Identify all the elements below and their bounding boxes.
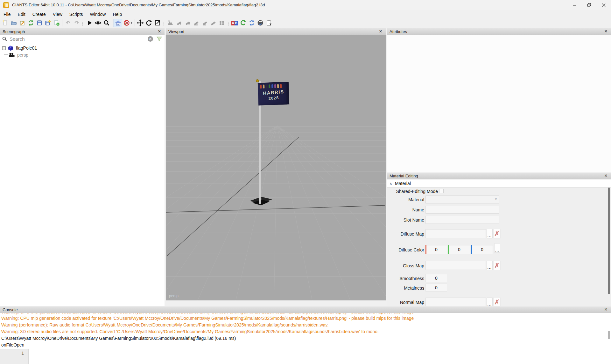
flag-figures-art xyxy=(260,84,282,88)
material-body: Shared-Editing Mode Material ∨ Name Slot… xyxy=(387,188,611,306)
viewport-3d-canvas[interactable]: HARRIS 2028 persp xyxy=(166,35,386,300)
viewport-title: Viewport xyxy=(168,29,184,34)
reload-file-icon[interactable] xyxy=(26,19,35,27)
restore-button[interactable] xyxy=(582,0,596,10)
visibility-eye-icon[interactable] xyxy=(94,19,102,27)
normal-map-clear-button[interactable]: ✗ xyxy=(493,297,501,306)
console-line-info-2: onFileOpen xyxy=(0,342,611,348)
gloss-map-clear-button[interactable]: ✗ xyxy=(493,261,501,270)
camera-icon xyxy=(9,53,15,58)
tree-label-persp[interactable]: persp xyxy=(17,52,28,58)
viewport-header: Viewport ✕ xyxy=(166,28,386,35)
diffuse-map-label: Diffuse Map xyxy=(387,231,424,237)
diffuse-map-input[interactable] xyxy=(425,229,486,238)
add-file-icon[interactable] xyxy=(52,19,61,27)
export-clipboard-icon[interactable] xyxy=(265,19,273,27)
slot-name-input[interactable] xyxy=(425,216,499,224)
play-icon[interactable] xyxy=(85,19,94,27)
menu-view[interactable]: View xyxy=(49,11,66,18)
script-input-area[interactable]: 1 xyxy=(0,349,611,364)
metalness-value: 0 xyxy=(435,285,438,290)
new-file-icon[interactable] xyxy=(1,19,9,27)
paint-disabled-icon[interactable] xyxy=(122,19,131,27)
expand-plus-icon[interactable]: + xyxy=(2,46,6,50)
menu-create[interactable]: Create xyxy=(29,11,49,18)
diffuse-color-b-input[interactable]: 0 xyxy=(471,245,493,254)
save-icon[interactable] xyxy=(35,19,44,27)
scenegraph-close-icon[interactable]: ✕ xyxy=(157,29,162,34)
material-dropdown[interactable]: ∨ xyxy=(425,196,499,203)
terrain-paint-icon[interactable] xyxy=(200,19,209,27)
terrain-slope-icon[interactable] xyxy=(183,19,192,27)
paint-dropdown-icon[interactable]: ▾ xyxy=(131,21,132,24)
menu-help[interactable]: Help xyxy=(109,11,125,18)
sync-dark-icon[interactable] xyxy=(256,19,265,27)
normal-map-browse-button[interactable]: ... xyxy=(487,297,493,306)
refresh-icon[interactable] xyxy=(239,19,248,27)
console-scrollbar-thumb[interactable] xyxy=(608,331,610,339)
diffuse-color-g-value: 0 xyxy=(458,247,460,252)
shared-editing-mode-checkbox[interactable] xyxy=(439,189,444,193)
gloss-map-browse-button[interactable]: ... xyxy=(487,261,493,270)
smoothness-input[interactable]: 0 xyxy=(425,274,447,282)
diffuse-color-g-input[interactable]: 0 xyxy=(448,245,470,254)
terrain-info-icon[interactable] xyxy=(218,19,226,27)
material-scrollbar-thumb[interactable] xyxy=(608,188,610,294)
smoothness-label: Smoothness xyxy=(387,276,424,281)
search-input[interactable] xyxy=(10,36,148,42)
translate-icon[interactable] xyxy=(136,19,145,27)
open-file-icon[interactable] xyxy=(9,19,18,27)
tree-item-flagpole[interactable]: + flagPole01 xyxy=(0,45,165,52)
terrain-sculpt-icon[interactable] xyxy=(166,19,175,27)
scenegraph-title: Scenegraph xyxy=(3,29,25,34)
tree-item-persp[interactable]: persp xyxy=(0,52,165,58)
terrain-foliage-icon[interactable] xyxy=(209,19,218,27)
minimize-button[interactable] xyxy=(567,0,582,10)
material-section-bar[interactable]: ∧ Material xyxy=(387,180,611,188)
zoom-icon[interactable] xyxy=(102,19,111,27)
menu-scripts[interactable]: Scripts xyxy=(66,11,87,18)
toolbar: ▾ AB xyxy=(0,18,611,28)
diffuse-color-r-input[interactable]: 0 xyxy=(425,245,447,254)
close-button[interactable] xyxy=(596,0,611,10)
terrain-smooth-icon[interactable] xyxy=(175,19,183,27)
diffuse-color-b-value: 0 xyxy=(481,247,483,252)
console-close-icon[interactable]: ✕ xyxy=(603,307,608,312)
diffuse-color-picker-button[interactable]: ... xyxy=(494,243,500,253)
normal-map-input[interactable] xyxy=(425,298,486,306)
menu-window[interactable]: Window xyxy=(87,11,109,18)
gloss-map-label: Gloss Map xyxy=(387,263,424,268)
save-as-icon[interactable] xyxy=(44,19,52,27)
scale-icon[interactable] xyxy=(153,19,162,27)
terrain-flatten-icon[interactable] xyxy=(192,19,200,27)
material-label: Material xyxy=(387,197,424,202)
rotate-icon[interactable] xyxy=(145,19,153,27)
redo-icon[interactable] xyxy=(72,19,81,27)
diffuse-color-label: Diffuse Color xyxy=(387,247,424,252)
attributes-close-icon[interactable]: ✕ xyxy=(603,29,608,34)
undo-icon[interactable] xyxy=(64,19,72,27)
edit-file-icon[interactable] xyxy=(18,19,26,27)
viewport-close-icon[interactable]: ✕ xyxy=(378,29,383,34)
material-editing-close-icon[interactable]: ✕ xyxy=(603,173,608,178)
diffuse-map-clear-button[interactable]: ✗ xyxy=(493,229,501,238)
name-input[interactable] xyxy=(425,206,499,214)
tree-label-flagpole[interactable]: flagPole01 xyxy=(16,45,37,51)
dropdown-chevron-icon: ∨ xyxy=(495,197,497,201)
search-clear-icon[interactable]: ✕ xyxy=(148,36,153,42)
grid-and-pole xyxy=(166,35,386,300)
menu-file[interactable]: File xyxy=(0,11,14,18)
filter-funnel-icon[interactable] xyxy=(155,35,163,43)
console-line-warning-1: Warning: CPU mip generation code activat… xyxy=(0,315,611,322)
attributes-title: Attributes xyxy=(390,29,407,34)
text-object-icon[interactable]: AB xyxy=(230,19,239,27)
metalness-input[interactable]: 0 xyxy=(425,284,447,292)
frame-home-icon[interactable] xyxy=(114,19,122,27)
gloss-map-input[interactable] xyxy=(425,261,486,270)
menu-edit[interactable]: Edit xyxy=(14,11,29,18)
console-line-warning-3: Warning: 3D stereo audio files are not s… xyxy=(0,328,611,335)
collapse-chevron-icon[interactable]: ∧ xyxy=(390,182,392,186)
diffuse-map-browse-button[interactable]: ... xyxy=(487,229,493,238)
sync-blue-icon[interactable] xyxy=(248,19,256,27)
console-log: Warning: CPU mip generation code activat… xyxy=(0,313,611,349)
